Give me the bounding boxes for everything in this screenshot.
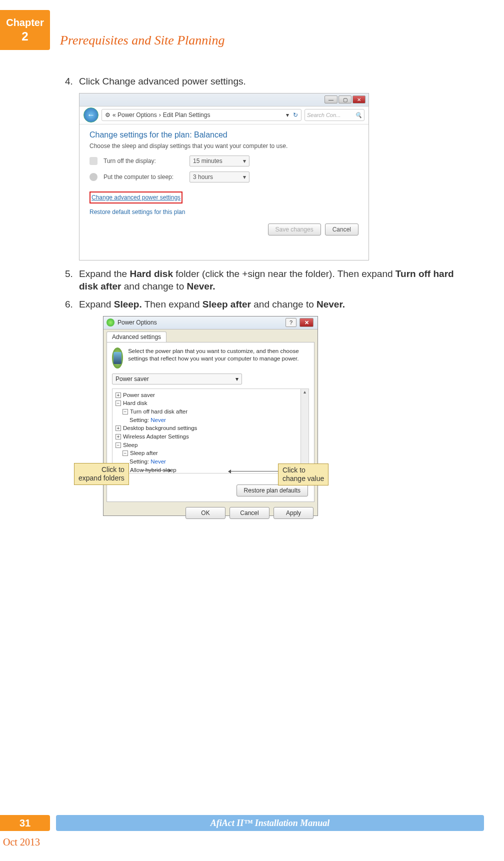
crumb-sep: › <box>159 112 161 118</box>
tab-row: Advanced settings <box>104 330 318 342</box>
node-power-saver[interactable]: Power saver <box>123 392 155 398</box>
change-advanced-link[interactable]: Change advanced power settings <box>92 193 180 202</box>
callout-expand-folders: Click to expand folders <box>74 463 129 485</box>
node-setting-label: Setting: <box>130 417 149 423</box>
search-icon: 🔍 <box>355 112 362 118</box>
document-date: Oct 2013 <box>3 836 40 848</box>
node-desktop-bg[interactable]: Desktop background settings <box>123 425 197 431</box>
power-icon <box>106 318 114 326</box>
dialog-button-row: OK Cancel Apply <box>104 505 318 523</box>
minimize-button[interactable]: — <box>324 96 338 104</box>
step-5-text: Expand the Hard disk folder (click the +… <box>79 268 464 293</box>
expand-icon[interactable]: + <box>116 392 121 398</box>
node-wireless[interactable]: Wireless Adapter Settings <box>123 434 189 440</box>
crumb-leaf: Edit Plan Settings <box>163 112 210 118</box>
chapter-number: 2 <box>0 30 50 44</box>
collapse-icon[interactable]: − <box>116 400 121 406</box>
ok-button[interactable]: OK <box>186 507 226 519</box>
step-4: 4. Click Change advanced power settings. <box>65 75 464 88</box>
section-title: Prerequisites and Site Planning <box>60 33 225 48</box>
display-label: Turn off the display: <box>104 158 184 164</box>
manual-title-bar: AfiAct II™ Installation Manual <box>56 815 484 831</box>
power-plan-dropdown[interactable]: Power saver▾ <box>112 374 242 384</box>
collapse-icon[interactable]: − <box>122 409 128 414</box>
intro-row: Select the power plan that you want to c… <box>112 348 309 368</box>
apply-button[interactable]: Apply <box>274 507 314 519</box>
screenshot-edit-plan-settings: — ▢ ✕ ← ⚙ « Power Options › Edit Plan Se… <box>79 93 369 260</box>
monitor-icon <box>90 157 98 165</box>
step-4-number: 4. <box>65 75 79 88</box>
screenshot-power-options-wrap: Power Options ? ✕ Advanced settings Sele… <box>79 316 319 518</box>
window-body: Change settings for the plan: Balanced C… <box>80 124 368 242</box>
step-6-number: 6. <box>65 298 79 311</box>
restore-defaults-link[interactable]: Restore default settings for this plan <box>90 208 185 216</box>
row-display: Turn off the display: 15 minutes▾ <box>90 156 358 166</box>
page-number: 31 <box>0 815 50 831</box>
step-6-text: Expand Sleep. Then expand Sleep after an… <box>79 298 345 311</box>
settings-tree: +Power saver −Hard disk −Turn off hard d… <box>112 388 309 474</box>
restore-plan-defaults-button[interactable]: Restore plan defaults <box>236 484 308 496</box>
scrollbar[interactable] <box>300 389 308 473</box>
page-content: 4. Click Change advanced power settings.… <box>65 75 464 518</box>
back-button[interactable]: ← <box>84 108 98 122</box>
callout-change-value: Click to change value <box>278 464 328 486</box>
search-input[interactable]: Search Con... 🔍 <box>304 109 364 121</box>
collapse-icon[interactable]: − <box>116 442 121 448</box>
node-setting-value-hd[interactable]: Never <box>150 417 166 423</box>
moon-icon <box>90 173 98 181</box>
sleep-value: 3 hours <box>193 174 213 180</box>
collapse-icon[interactable]: − <box>122 450 128 456</box>
dialog-title: Power Options <box>118 319 157 326</box>
display-value: 15 minutes <box>193 158 222 164</box>
display-dropdown[interactable]: 15 minutes▾ <box>190 156 250 166</box>
search-placeholder: Search Con... <box>307 112 340 118</box>
node-sleep[interactable]: Sleep <box>123 442 138 448</box>
step-5-number: 5. <box>65 268 79 293</box>
maximize-button[interactable]: ▢ <box>338 96 352 104</box>
plan-heading: Change settings for the plan: Balanced <box>90 130 358 140</box>
node-setting-value-sleep[interactable]: Never <box>150 458 166 464</box>
row-sleep: Put the computer to sleep: 3 hours▾ <box>90 172 358 182</box>
screenshot-power-options: Power Options ? ✕ Advanced settings Sele… <box>103 316 318 516</box>
callout-arrow <box>141 470 168 470</box>
address-bar: ← ⚙ « Power Options › Edit Plan Settings… <box>80 106 368 124</box>
tab-advanced-settings[interactable]: Advanced settings <box>106 332 166 342</box>
help-button[interactable]: ? <box>286 318 296 327</box>
step-6: 6. Expand Sleep. Then expand Sleep after… <box>65 298 464 311</box>
cancel-button[interactable]: Cancel <box>325 224 358 236</box>
step-4-text: Click Change advanced power settings. <box>79 75 246 88</box>
chapter-tab: Chapter 2 <box>0 10 50 50</box>
crumb-root: « Power Options <box>112 112 157 118</box>
chevron-down-icon: ▾ <box>243 158 246 164</box>
expand-icon[interactable]: + <box>116 426 121 431</box>
node-sleep-after[interactable]: Sleep after <box>130 450 158 456</box>
node-turn-off-hd[interactable]: Turn off hard disk after <box>130 408 188 414</box>
breadcrumb[interactable]: ⚙ « Power Options › Edit Plan Settings ▾… <box>102 109 302 121</box>
chapter-label: Chapter <box>0 17 50 28</box>
node-hard-disk[interactable]: Hard disk <box>123 400 148 406</box>
dialog-titlebar: Power Options ? ✕ <box>104 316 318 330</box>
sleep-label: Put the computer to sleep: <box>104 174 184 180</box>
save-changes-button[interactable]: Save changes <box>268 224 321 236</box>
callout-arrow <box>231 471 278 472</box>
step-5: 5. Expand the Hard disk folder (click th… <box>65 268 464 293</box>
plan-subheading: Choose the sleep and display settings th… <box>90 142 358 150</box>
sleep-dropdown[interactable]: 3 hours▾ <box>190 172 250 182</box>
chevron-down-icon: ▾ <box>243 174 246 180</box>
close-button[interactable]: ✕ <box>300 318 314 327</box>
expand-icon[interactable]: + <box>116 434 121 440</box>
button-row: Save changes Cancel <box>90 224 358 236</box>
chevron-down-icon: ▾ <box>236 376 238 382</box>
plan-value: Power saver <box>116 376 149 382</box>
cancel-button[interactable]: Cancel <box>230 507 270 519</box>
battery-icon <box>112 348 123 368</box>
window-titlebar: — ▢ ✕ <box>80 94 368 106</box>
intro-text: Select the power plan that you want to c… <box>128 348 309 368</box>
close-button[interactable]: ✕ <box>352 96 366 104</box>
highlight-box: Change advanced power settings <box>90 192 182 204</box>
node-setting-label: Setting: <box>130 458 149 464</box>
